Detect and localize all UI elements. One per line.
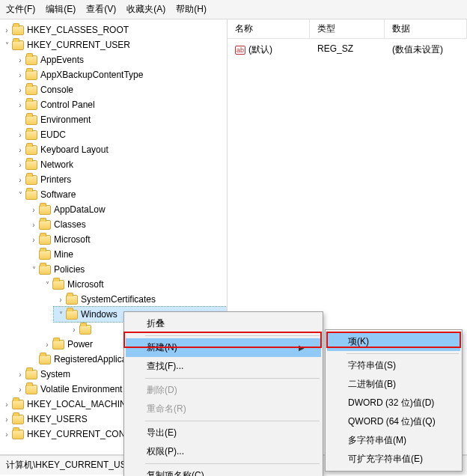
chevron-right-icon[interactable]: ›: [28, 221, 39, 229]
menu-item-label: 权限(P)...: [147, 445, 184, 458]
tree-label: Printers: [40, 174, 71, 185]
folder-icon: [25, 55, 37, 65]
menu-item-label: 可扩充字符串值(E): [348, 453, 423, 466]
tree-node[interactable]: ›SystemCertificates: [54, 292, 227, 307]
chevron-right-icon[interactable]: ›: [69, 326, 79, 334]
menu-item[interactable]: DWORD (32 位)值(D): [327, 394, 460, 412]
folder-icon: [25, 160, 37, 170]
menu-item-label: 导出(E): [147, 427, 177, 439]
menu-item-label: 二进制值(B): [348, 378, 396, 391]
tree-node[interactable]: ˅Microsoft: [40, 277, 227, 292]
tree-node[interactable]: ›Control Panel: [13, 97, 227, 112]
menu-item-label: 新建(N): [147, 341, 177, 354]
chevron-down-icon[interactable]: ˅: [28, 266, 39, 274]
chevron-right-icon[interactable]: ›: [15, 56, 25, 64]
tree-label: Mine: [54, 249, 73, 260]
tree-node[interactable]: ›Console: [13, 82, 227, 97]
chevron-down-icon[interactable]: ˅: [42, 281, 52, 289]
menu-item-label: 重命名(R): [147, 403, 186, 415]
chevron-right-icon[interactable]: ›: [1, 430, 12, 439]
chevron-down-icon[interactable]: ˅: [1, 41, 12, 49]
chevron-right-icon[interactable]: ›: [15, 176, 25, 184]
menu-item[interactable]: 二进制值(B): [327, 375, 460, 394]
chevron-right-icon[interactable]: ›: [15, 161, 25, 169]
chevron-right-icon[interactable]: ›: [1, 400, 12, 409]
chevron-right-icon[interactable]: ›: [28, 236, 39, 244]
folder-icon: [25, 115, 37, 125]
folder-icon: [39, 355, 51, 364]
menu-item[interactable]: 多字符串值(M): [327, 431, 460, 450]
chevron-right-icon[interactable]: ›: [15, 101, 25, 109]
tree-node[interactable]: ›HKEY_CLASSES_ROOT: [0, 22, 227, 37]
string-value-icon: ab: [235, 46, 245, 55]
menu-item[interactable]: 收藏夹(A): [126, 3, 165, 16]
chevron-down-icon[interactable]: ˅: [55, 311, 66, 319]
tree-label: Policies: [54, 264, 85, 275]
tree-label: System: [40, 369, 70, 379]
menu-item[interactable]: 新建(N)▶: [126, 338, 321, 357]
chevron-right-icon[interactable]: ›: [1, 415, 12, 424]
chevron-right-icon[interactable]: ›: [15, 385, 25, 394]
chevron-right-icon[interactable]: ›: [15, 71, 25, 79]
menu-item[interactable]: QWORD (64 位)值(Q): [327, 412, 460, 431]
tree-node[interactable]: ›Classes: [27, 217, 227, 232]
tree-node[interactable]: ›AppXBackupContentType: [13, 67, 227, 82]
tree-node[interactable]: ›Network: [13, 157, 227, 172]
col-type[interactable]: 类型: [310, 19, 385, 38]
tree-node[interactable]: ›AppEvents: [13, 52, 227, 67]
menu-item[interactable]: 字符串值(S): [327, 356, 460, 375]
folder-icon: [25, 145, 37, 155]
chevron-right-icon[interactable]: ›: [55, 296, 66, 304]
chevron-right-icon[interactable]: ›: [42, 341, 52, 349]
tree-label: SystemCertificates: [81, 294, 156, 305]
menu-item[interactable]: 可扩充字符串值(E): [327, 450, 460, 469]
folder-icon: [25, 85, 37, 95]
menu-item[interactable]: 帮助(H): [176, 3, 207, 16]
col-name[interactable]: 名称: [228, 19, 310, 38]
chevron-right-icon[interactable]: ›: [15, 146, 25, 154]
folder-icon: [12, 40, 24, 50]
tree-label: Power: [67, 339, 93, 350]
tree-node[interactable]: ›Keyboard Layout: [13, 142, 227, 157]
context-submenu-new[interactable]: 项(K)字符串值(S)二进制值(B)DWORD (32 位)值(D)QWORD …: [325, 329, 463, 472]
tree-node[interactable]: ˅HKEY_CURRENT_USER: [0, 37, 227, 52]
chevron-right-icon[interactable]: ›: [15, 131, 25, 139]
chevron-right-icon[interactable]: ›: [1, 26, 12, 34]
menu-item[interactable]: 查看(V): [86, 3, 116, 16]
tree-node[interactable]: Mine: [27, 247, 227, 262]
tree-label: AppEvents: [40, 55, 84, 65]
chevron-down-icon[interactable]: ˅: [15, 191, 25, 199]
submenu-arrow-icon: ▶: [299, 344, 305, 352]
menu-item[interactable]: 查找(F)...: [126, 357, 321, 376]
tree-node[interactable]: ›AppDataLow: [27, 202, 227, 217]
value-data: (数值未设置): [385, 40, 467, 59]
tree-node[interactable]: ˅Software: [13, 187, 227, 202]
menu-separator: [145, 421, 320, 421]
tree-node[interactable]: Environment: [13, 112, 227, 127]
folder-icon: [39, 205, 51, 215]
chevron-right-icon[interactable]: ›: [15, 86, 25, 94]
folder-icon: [52, 280, 64, 290]
context-menu[interactable]: 折叠新建(N)▶查找(F)...删除(D)重命名(R)导出(E)权限(P)...…: [123, 311, 323, 476]
menu-item[interactable]: 项(K): [327, 332, 460, 351]
menu-separator: [145, 463, 320, 464]
tree-node[interactable]: ›Microsoft: [27, 232, 227, 247]
value-row[interactable]: ab(默认)REG_SZ(数值未设置): [228, 39, 467, 61]
list-header: 名称 类型 数据: [228, 19, 467, 39]
chevron-right-icon[interactable]: ›: [28, 206, 39, 214]
menu-item[interactable]: 折叠: [126, 314, 321, 333]
tree-node[interactable]: ›EUDC: [13, 127, 227, 142]
tree-label: AppDataLow: [54, 204, 106, 215]
menu-item[interactable]: 文件(F): [6, 3, 35, 16]
menu-item[interactable]: 权限(P)...: [126, 442, 321, 461]
tree-label: Environment: [40, 115, 91, 125]
menu-item[interactable]: 编辑(E): [46, 3, 76, 16]
tree-node[interactable]: ›Printers: [13, 172, 227, 187]
tree-label: Control Panel: [40, 100, 95, 110]
col-data[interactable]: 数据: [385, 19, 467, 38]
menu-item[interactable]: 导出(E): [126, 424, 321, 442]
menu-item[interactable]: 复制项名称(C): [126, 466, 321, 476]
chevron-right-icon[interactable]: ›: [15, 370, 25, 379]
folder-icon: [25, 190, 37, 200]
tree-node[interactable]: ˅Policies: [27, 262, 227, 277]
